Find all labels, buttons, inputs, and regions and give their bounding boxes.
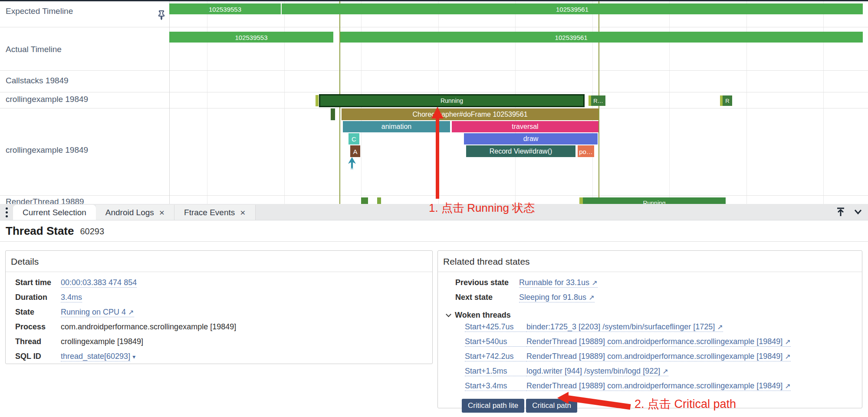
detail-row: Processcom.androidperformance.scrollinge… [15, 322, 432, 337]
external-link-icon: ↗ [128, 309, 134, 316]
timeline-area: Expected TimelineActual TimelineCallstac… [0, 0, 868, 204]
running-state-selected[interactable]: Running [319, 94, 585, 107]
annotation-arrow-2-head [557, 392, 569, 404]
tab-menu-icon[interactable] [0, 204, 13, 220]
woken-thread-row: Start+1.5mslogd.writer [944] /system/bin… [455, 367, 862, 381]
woken-start-offset-link[interactable]: Start+1.5ms [465, 367, 526, 376]
woken-thread-link[interactable]: logd.writer [944] /system/bin/logd [922]… [526, 367, 668, 376]
detail-value-link[interactable]: 3.4ms [61, 293, 82, 302]
related-panel-title: Related thread states [438, 251, 862, 272]
renderthread-slice[interactable] [377, 197, 381, 204]
expected-frame-102539553[interactable]: 102539553 [169, 3, 281, 14]
track-label[interactable]: crollingexample 19849 [6, 145, 88, 155]
detail-row-label: Next state [455, 293, 519, 302]
collapse-panel-icon[interactable] [835, 206, 846, 217]
animation-slice[interactable]: animation [343, 121, 450, 132]
chevron-down-icon[interactable] [852, 206, 864, 217]
po-slice[interactable]: po… [578, 145, 594, 157]
pin-icon[interactable] [157, 10, 167, 20]
detail-value-link[interactable]: 00:00:03.383 474 854 [61, 278, 137, 288]
a-slice[interactable]: A [350, 145, 360, 157]
external-link-icon: ↗ [589, 294, 594, 301]
close-tab-icon[interactable]: × [159, 208, 164, 217]
tab-current-selection[interactable]: Current Selection [13, 205, 96, 220]
tab-ftrace-events[interactable]: Ftrace Events× [174, 205, 255, 220]
record-view-draw-slice[interactable]: Record View#draw() [466, 145, 575, 157]
expected-frame-102539561[interactable]: 102539561 [282, 3, 863, 14]
detail-row: Threadcrollingexample [19849] [15, 337, 432, 352]
pre-frame-slice[interactable] [331, 108, 335, 120]
external-link-icon: ↗ [785, 338, 790, 345]
woken-thread-row: Start+742.2usRenderThread [19889] com.an… [455, 352, 862, 367]
related-thread-states-panel: Related thread states Previous stateRunn… [437, 250, 862, 408]
detail-row-label: Duration [15, 293, 61, 302]
annotation-step-1: 1. 点击 Running 状态 [429, 200, 535, 216]
details-panel-title: Details [6, 251, 432, 272]
detail-row: SQL IDthread_state[60293]▾ [15, 352, 432, 367]
running-state-short[interactable]: R [723, 95, 732, 106]
tabbar-right-controls [835, 204, 868, 220]
critical-path-lite-button[interactable]: Critical path lite [462, 399, 524, 413]
dropdown-caret-icon[interactable]: ▾ [132, 353, 135, 360]
woken-thread-link[interactable]: RenderThread [19889] com.androidperforma… [526, 381, 791, 391]
traversal-slice[interactable]: traversal [452, 121, 598, 132]
selection-heading: Thread State 60293 [0, 220, 868, 242]
detail-row-label: Thread [15, 337, 61, 346]
running-state-short[interactable]: R… [591, 95, 605, 106]
detail-row-label: State [15, 308, 61, 317]
woken-thread-link[interactable]: RenderThread [19889] com.androidperforma… [526, 337, 791, 347]
track-label[interactable]: Callstacks 19849 [6, 76, 69, 85]
track-label[interactable]: Actual Timeline [6, 45, 62, 54]
external-link-icon: ↗ [785, 382, 790, 390]
details-panel: Details Start time00:00:03.383 474 854Du… [5, 250, 433, 364]
woken-thread-link[interactable]: binder:1725_3 [2203] /system/bin/surface… [526, 322, 723, 332]
detail-value: com.androidperformance.scrollingexample … [61, 322, 236, 332]
detail-value-link[interactable]: Sleeping for 91.8us ↗ [519, 293, 595, 302]
renderthread-running[interactable]: Running [583, 197, 726, 204]
woken-thread-row: Start+3.4msRenderThread [19889] com.andr… [455, 381, 862, 396]
woken-thread-row: Start+425.7usbinder:1725_3 [2203] /syste… [455, 322, 862, 337]
runnable-sliver[interactable] [316, 95, 319, 106]
flow-marker-icon[interactable] [348, 157, 356, 170]
details-rows: Start time00:00:03.383 474 854Duration3.… [6, 272, 432, 367]
woken-threads-label: Woken threads [455, 311, 511, 320]
woken-start-offset-link[interactable]: Start+540us [465, 337, 526, 347]
detail-value-link[interactable]: Running on CPU 4 ↗ [61, 308, 134, 317]
track-label[interactable]: Expected Timeline [6, 7, 73, 16]
external-link-icon: ↗ [717, 323, 723, 331]
detail-row: Start time00:00:03.383 474 854 [15, 278, 432, 293]
detail-row-label: Start time [15, 278, 61, 287]
detail-row: Next stateSleeping for 91.8us ↗ [455, 293, 862, 308]
c-slice[interactable]: C [349, 133, 359, 144]
draw-slice[interactable]: draw [464, 133, 598, 144]
track-label[interactable]: crollingexample 19849 [6, 95, 88, 104]
page-title: Thread State [6, 224, 74, 238]
annotation-arrow-1-shaft [436, 118, 439, 199]
detail-row: Duration3.4ms [15, 293, 432, 308]
actual-frame-102539553[interactable]: 102539553 [169, 32, 333, 43]
detail-row: Previous stateRunnable for 33.1us ↗ [455, 278, 862, 293]
woken-start-offset-link[interactable]: Start+425.7us [465, 322, 526, 332]
woken-start-offset-link[interactable]: Start+742.2us [465, 352, 526, 361]
tabs: Current SelectionAndroid Logs×Ftrace Eve… [13, 205, 256, 220]
choreographer-doframe-slice[interactable]: Choreographer#doFrame 102539561 [342, 108, 598, 120]
close-tab-icon[interactable]: × [240, 208, 245, 217]
detail-value-link[interactable]: thread_state[60293] [61, 352, 130, 361]
actual-frame-102539561[interactable]: 102539561 [340, 32, 863, 43]
related-rows: Previous stateRunnable for 33.1us ↗Next … [438, 272, 862, 413]
thread-state-id: 60293 [80, 227, 105, 236]
detail-value-link[interactable]: Runnable for 33.1us ↗ [519, 278, 598, 288]
renderthread-slice[interactable] [361, 197, 368, 204]
annotation-arrow-1-head [431, 107, 444, 118]
detail-row: StateRunning on CPU 4 ↗ [15, 308, 432, 322]
track-label[interactable]: RenderThread 19889 [6, 197, 84, 204]
woken-start-offset-link[interactable]: Start+3.4ms [465, 381, 526, 391]
woken-thread-link[interactable]: RenderThread [19889] com.androidperforma… [526, 352, 791, 361]
woken-threads-toggle[interactable]: Woken threads [447, 308, 862, 322]
runnable-sliver[interactable] [579, 197, 583, 204]
top-border-strip [0, 0, 868, 1]
detail-value: crollingexample [19849] [61, 337, 143, 346]
chevron-down-icon [446, 312, 451, 317]
woken-thread-row: Start+540usRenderThread [19889] com.andr… [455, 337, 862, 352]
tab-android-logs[interactable]: Android Logs× [96, 205, 174, 220]
